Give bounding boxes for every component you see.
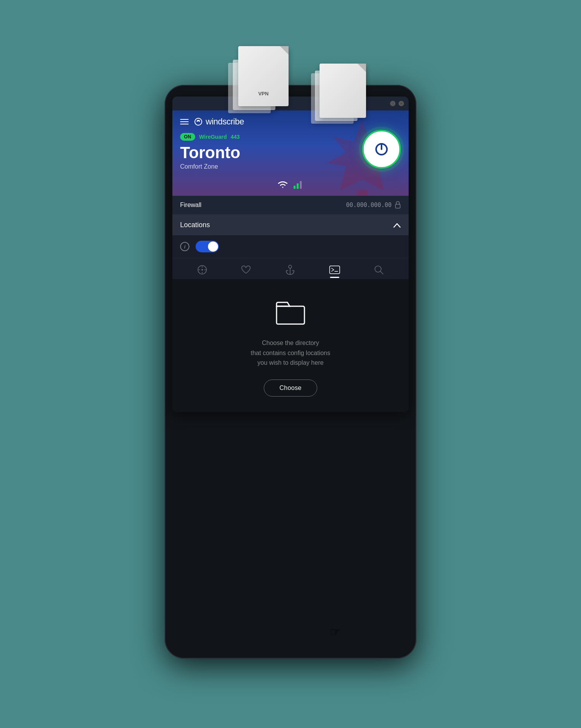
window-minimize-button[interactable]: − [390,101,395,106]
svg-rect-14 [330,266,340,274]
app-logo-text: windscribe [206,117,244,127]
file-icon-vpn-label: VPN [238,91,289,97]
svg-point-10 [289,265,292,268]
device-shell: − × [165,85,416,659]
tab-anchor[interactable] [285,264,295,275]
svg-line-17 [380,271,383,274]
choose-button[interactable]: Choose [264,380,318,397]
empty-state-description: Choose the directory that contains confi… [251,338,330,368]
protocol-badge: WireGuard [199,134,227,140]
folder-icon [275,298,306,326]
tab-favorites[interactable] [241,265,251,274]
tab-compass[interactable] [197,265,207,275]
toggle-knob [208,242,218,252]
firewall-row: Firewall 00.000.000.00 [172,196,409,215]
svg-rect-4 [300,181,302,189]
heart-icon [241,265,251,274]
svg-rect-2 [294,186,296,189]
bottom-nav [172,258,409,279]
empty-state: Choose the directory that contains confi… [172,279,409,412]
tab-terminal[interactable] [329,266,340,274]
terminal-icon [329,266,340,274]
vpn-window: − × [172,97,409,412]
locations-label: Locations [180,221,210,229]
connection-status-badge: ON [180,133,195,141]
search-icon [374,265,384,275]
svg-rect-0 [357,190,368,196]
signal-row [277,179,304,189]
svg-point-9 [201,269,203,271]
window-close-button[interactable]: × [399,101,404,106]
file-icons-group: VPN [238,54,343,114]
folder-icon-container [275,298,306,327]
signal-bars-icon [294,179,304,189]
anchor-icon [285,264,295,275]
windscribe-logo-icon [194,117,203,126]
wifi-icon [277,179,289,189]
locations-row[interactable]: Locations [172,215,409,235]
tab-search[interactable] [374,265,384,275]
power-button[interactable] [362,130,401,169]
power-icon [373,141,390,157]
chevron-up-icon [393,223,401,228]
file-icon-second [320,64,366,118]
cursor-hand: ☞ [330,624,341,639]
svg-rect-7 [395,204,400,208]
file-icon-vpn: VPN [238,46,289,106]
lock-icon [395,201,401,209]
info-toggle-row: i [172,235,409,258]
app-header: windscribe ON WireGuard 443 Toronto Comf… [172,110,409,196]
svg-point-1 [195,118,202,125]
firewall-ip-display: 00.000.000.00 [346,201,401,209]
port-badge: 443 [230,134,239,140]
svg-rect-3 [297,183,299,189]
power-button-container [362,130,401,169]
compass-icon [197,265,207,275]
info-icon[interactable]: i [180,242,189,251]
hamburger-menu-button[interactable] [180,119,189,124]
firewall-label: Firewall [180,202,201,209]
firewall-toggle[interactable] [196,241,219,252]
app-logo: windscribe [194,117,244,127]
